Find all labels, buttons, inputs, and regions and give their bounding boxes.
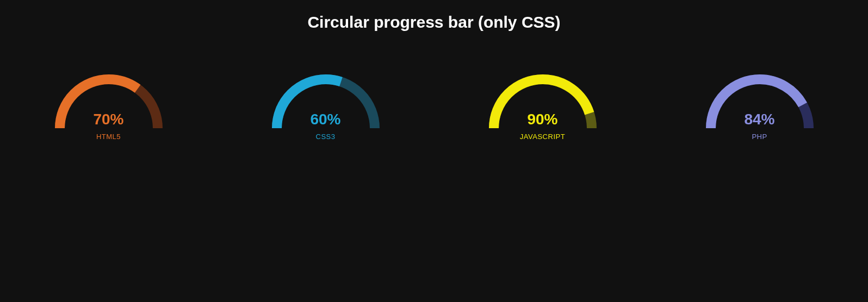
gauge-arc: 60%: [271, 74, 380, 128]
gauge-arc: 70%: [54, 74, 163, 128]
gauge-value: 84%: [705, 111, 814, 128]
gauge-value: 60%: [271, 111, 380, 128]
gauge-row: 70% HTML5 60% CSS3 90% JAVASCRIPT: [0, 74, 868, 141]
gauge-html5: 70% HTML5: [54, 74, 163, 141]
gauge-label: HTML5: [96, 133, 121, 141]
gauge-css3: 60% CSS3: [271, 74, 380, 141]
gauge-label: JAVASCRIPT: [520, 133, 565, 141]
gauge-value: 70%: [54, 111, 163, 128]
gauge-arc: 90%: [488, 74, 597, 128]
page-title: Circular progress bar (only CSS): [0, 0, 868, 32]
gauge-label: CSS3: [316, 133, 336, 141]
gauge-arc: 84%: [705, 74, 814, 128]
gauge-php: 84% PHP: [705, 74, 814, 141]
gauge-label: PHP: [752, 133, 767, 141]
gauge-javascript: 90% JAVASCRIPT: [488, 74, 597, 141]
gauge-value: 90%: [488, 111, 597, 128]
